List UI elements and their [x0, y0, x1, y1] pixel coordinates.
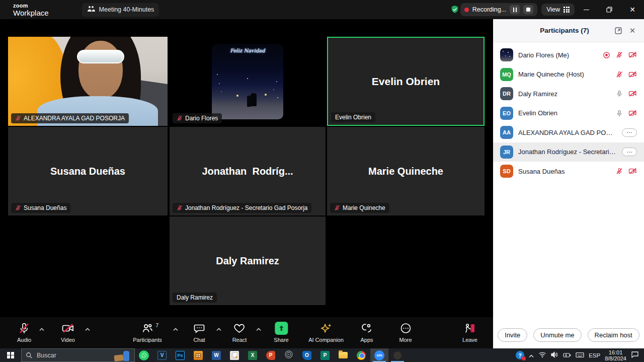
taskbar-app-spiral[interactable] [280, 348, 298, 362]
ai-companion-button[interactable]: AI Companion [308, 322, 344, 343]
taskbar-app-publisher[interactable]: P [316, 348, 334, 362]
taskbar-app-photoshop[interactable]: Ps [171, 348, 189, 362]
chat-options-caret[interactable] [216, 324, 221, 333]
participant-row-alexandra[interactable]: AA ALEXANDRA AYALA GAD POSORJA … [493, 123, 644, 142]
camera-off-icon[interactable] [628, 90, 637, 97]
view-button[interactable]: View [541, 4, 575, 16]
camera-off-icon[interactable] [628, 51, 637, 58]
mic-muted-icon[interactable] [616, 51, 623, 58]
mic-on-icon[interactable] [616, 110, 623, 117]
windows-logo-icon [7, 352, 14, 359]
video-tile-jonathan[interactable]: Jonathan Rodríg... Jonathan Rodríguez - … [170, 127, 326, 215]
security-shield-icon[interactable] [449, 4, 460, 15]
meeting-tab[interactable]: Meeting 40-Minutes [82, 3, 159, 17]
battery-icon[interactable] [563, 351, 571, 360]
invite-button[interactable]: Invite [498, 328, 527, 342]
taskbar-app-visual-basic[interactable]: V [153, 348, 171, 362]
taskbar-app-outlook[interactable]: O [298, 348, 316, 362]
taskbar-search-box[interactable]: Buscar [21, 348, 135, 362]
participant-row-susana[interactable]: SD Susana Dueñas [493, 162, 644, 181]
participant-row-daly[interactable]: DR Daly Ramirez [493, 84, 644, 104]
pop-out-icon[interactable] [613, 25, 624, 36]
taskbar-app-background[interactable] [388, 348, 407, 362]
apps-button[interactable]: Apps [360, 322, 373, 343]
taskbar-app-word[interactable]: W [207, 348, 225, 362]
audio-options-caret[interactable] [39, 324, 44, 333]
taskbar-app-powerpoint[interactable]: P [262, 348, 280, 362]
restore-button[interactable] [598, 0, 621, 19]
mic-muted-icon [15, 205, 21, 211]
camera-off-icon[interactable] [628, 168, 637, 175]
taskbar-app-document-stack[interactable] [225, 348, 244, 362]
video-tile-daly[interactable]: Daly Ramirez Daly Ramirez [170, 216, 326, 305]
taskbar-app-chrome[interactable] [352, 348, 370, 362]
share-label: Share [274, 337, 288, 343]
leave-door-icon [463, 322, 476, 335]
video-button[interactable]: Video [61, 322, 75, 343]
action-center-icon[interactable] [631, 351, 639, 360]
volume-icon[interactable] [551, 351, 558, 360]
taskbar-app-zoom-active[interactable]: zm [370, 348, 388, 362]
touch-keyboard-icon[interactable] [576, 351, 584, 360]
video-tile-alexandra[interactable]: ALEXANDRA AYALA GAD POSORJA [8, 37, 168, 126]
video-tile-dario[interactable]: Feliz Navidad Dario Flores [170, 37, 326, 126]
camera-off-icon[interactable] [628, 110, 637, 117]
unmute-me-button[interactable]: Unmute me [533, 328, 581, 342]
reclaim-host-button[interactable]: Reclaim host [588, 328, 639, 342]
publisher-icon: P [320, 351, 330, 360]
recording-dot-icon [464, 8, 469, 12]
word-icon: W [212, 351, 221, 360]
camera-off-icon[interactable] [628, 71, 637, 78]
tray-expand-caret[interactable] [529, 351, 534, 360]
taskbar-app-whatsapp[interactable] [135, 348, 153, 362]
more-options-button[interactable]: … [622, 148, 637, 156]
video-tile-evelin-active-speaker[interactable]: Evelin Obrien Evelin Obrien [327, 37, 485, 126]
wifi-icon[interactable] [538, 351, 546, 360]
tile-name-badge: Jonathan Rodríguez - Secretario Gad Poso… [173, 203, 311, 213]
leave-label: Leave [462, 337, 477, 343]
participant-row-dario[interactable]: Dario Flores (Me) [493, 45, 644, 65]
react-button[interactable]: React [232, 322, 247, 343]
close-button[interactable]: ✕ [621, 0, 644, 19]
taskbar-app-file-explorer[interactable] [334, 348, 352, 362]
participants-options-caret[interactable] [173, 324, 178, 333]
meeting-participants-icon [87, 6, 95, 14]
mic-muted-icon[interactable] [616, 71, 623, 78]
ai-companion-label: AI Companion [308, 337, 344, 343]
help-notification-icon[interactable]: ? [516, 351, 524, 359]
participant-row-marie[interactable]: MQ Marie Quineche (Host) [493, 65, 644, 85]
leave-button[interactable]: Leave [462, 322, 477, 343]
language-indicator[interactable]: ESP [589, 352, 600, 358]
start-button[interactable] [0, 348, 21, 362]
mic-muted-icon [334, 205, 340, 211]
zoom-meeting-window: zoom Workplace Meeting 40-Minutes Record… [0, 0, 644, 362]
audio-button[interactable]: Audio [17, 322, 31, 343]
taskbar-clock[interactable]: 16:01 8/8/2024 [605, 349, 626, 361]
avatar: DR [500, 87, 513, 100]
video-options-caret[interactable] [85, 324, 90, 333]
taskbar-app-excel[interactable]: X [244, 348, 262, 362]
taskbar-app-video-editor[interactable] [189, 348, 207, 362]
search-icon [26, 352, 33, 359]
video-tile-susana[interactable]: Susana Dueñas Susana Dueñas [8, 127, 168, 215]
excel-icon: X [248, 351, 257, 360]
minimize-button[interactable] [575, 0, 598, 19]
participant-row-evelin[interactable]: EO Evelin Obrien [493, 104, 644, 123]
stop-recording-button[interactable] [523, 5, 533, 14]
more-options-button[interactable]: … [622, 128, 637, 137]
react-options-caret[interactable] [256, 324, 261, 333]
avatar: JR [500, 146, 513, 159]
mic-muted-icon [18, 322, 30, 335]
more-button[interactable]: More [399, 322, 412, 343]
mic-on-icon[interactable] [616, 90, 623, 97]
participants-button[interactable]: 7 Participants [133, 322, 162, 343]
visual-basic-icon: V [157, 351, 167, 360]
pause-recording-button[interactable] [510, 5, 520, 14]
video-tile-marie[interactable]: Marie Quineche Marie Quineche [327, 127, 485, 215]
chat-button[interactable]: Chat [193, 322, 205, 343]
avatar: AA [500, 126, 513, 139]
close-panel-icon[interactable]: ✕ [627, 25, 638, 36]
participant-row-jonathan[interactable]: JR Jonathan Rodríguez - Secretario Ga...… [493, 142, 644, 162]
share-button[interactable]: Share [274, 322, 288, 343]
mic-muted-icon[interactable] [616, 168, 623, 175]
